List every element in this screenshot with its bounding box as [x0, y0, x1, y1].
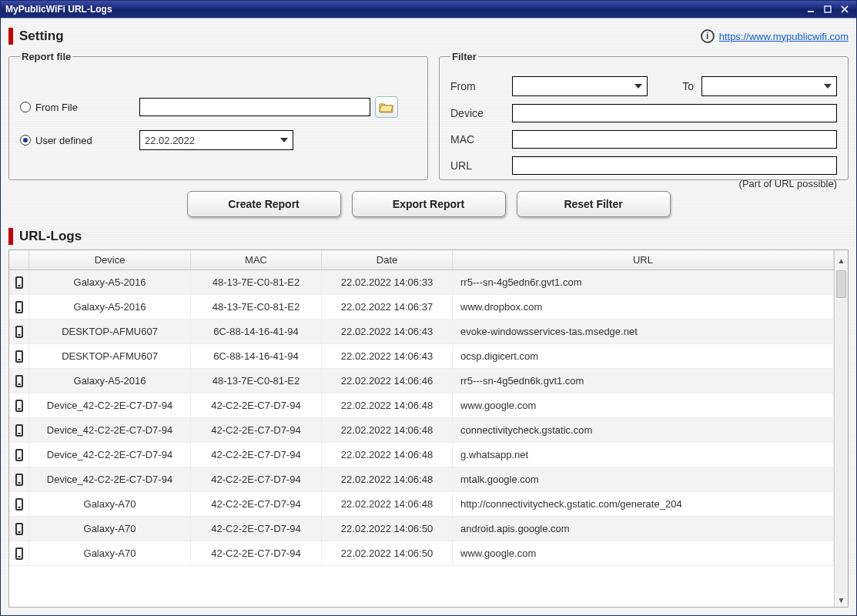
cell-mac: 42-C2-2E-C7-D7-94	[191, 467, 322, 492]
table-row[interactable]: Device_42-C2-2E-C7-D7-9442-C2-2E-C7-D7-9…	[9, 467, 834, 492]
setting-header: Setting i https://www.mypublicwifi.com	[8, 28, 849, 45]
browse-button[interactable]	[375, 96, 398, 118]
table-row[interactable]: Device_42-C2-2E-C7-D7-9442-C2-2E-C7-D7-9…	[9, 393, 834, 418]
cell-date: 22.02.2022 14:06:37	[322, 295, 453, 320]
cell-date: 22.02.2022 14:06:48	[322, 443, 453, 467]
cell-device: DESKTOP-AFMU607	[29, 320, 191, 344]
device-type-icon	[9, 369, 29, 393]
cell-mac: 48-13-7E-C0-81-E2	[191, 369, 322, 393]
cell-mac: 42-C2-2E-C7-D7-94	[191, 517, 322, 541]
table-row[interactable]: Galaxy-A5-201648-13-7E-C0-81-E222.02.202…	[9, 295, 834, 320]
from-file-label: From File	[35, 102, 78, 113]
phone-icon	[15, 326, 23, 338]
scrollbar-thumb[interactable]	[836, 270, 846, 298]
filter-to-combo[interactable]	[701, 76, 837, 96]
cell-url: http://connectivitycheck.gstatic.com/gen…	[453, 492, 834, 517]
col-device-header[interactable]: Device	[29, 250, 191, 270]
phone-icon	[15, 400, 23, 412]
table-row[interactable]: DESKTOP-AFMU6076C-88-14-16-41-9422.02.20…	[9, 344, 834, 369]
minimize-button[interactable]	[804, 4, 818, 15]
cell-mac: 42-C2-2E-C7-D7-94	[191, 492, 322, 517]
table-row[interactable]: Galaxy-A5-201648-13-7E-C0-81-E222.02.202…	[9, 270, 834, 295]
phone-icon	[15, 350, 23, 363]
section-marker	[8, 228, 13, 245]
phone-icon	[15, 276, 23, 289]
phone-icon	[15, 424, 23, 437]
close-button[interactable]	[838, 4, 852, 15]
table-row[interactable]: Device_42-C2-2E-C7-D7-9442-C2-2E-C7-D7-9…	[9, 443, 834, 467]
report-file-legend: Report file	[20, 51, 72, 62]
col-icon-header[interactable]	[9, 250, 29, 270]
user-defined-radio[interactable]: User defined	[20, 135, 139, 146]
cell-device: Device_42-C2-2E-C7-D7-94	[29, 443, 191, 467]
device-type-icon	[9, 393, 29, 418]
cell-url: rr5---sn-4g5edn6k.gvt1.com	[453, 369, 834, 393]
table-row[interactable]: Galaxy-A5-201648-13-7E-C0-81-E222.02.202…	[9, 369, 834, 393]
table-row[interactable]: Device_42-C2-2E-C7-D7-9442-C2-2E-C7-D7-9…	[9, 418, 834, 443]
cell-device: Device_42-C2-2E-C7-D7-94	[29, 418, 191, 443]
cell-date: 22.02.2022 14:06:48	[322, 492, 453, 517]
scroll-down-button[interactable]: ▼	[838, 593, 845, 607]
website-link[interactable]: https://www.mypublicwifi.com	[719, 31, 849, 42]
scroll-up-button[interactable]: ▲	[838, 253, 845, 267]
cell-url: ocsp.digicert.com	[453, 344, 834, 369]
create-report-button[interactable]: Create Report	[187, 191, 341, 217]
cell-device: DESKTOP-AFMU607	[29, 344, 191, 369]
device-type-icon	[9, 541, 29, 566]
device-type-icon	[9, 492, 29, 517]
filter-device-input[interactable]	[512, 104, 837, 122]
cell-date: 22.02.2022 14:06:50	[322, 541, 453, 566]
filter-from-label: From	[450, 80, 504, 92]
from-file-radio[interactable]: From File	[20, 102, 139, 113]
chevron-down-icon	[634, 84, 642, 89]
table-row[interactable]: Galaxy-A7042-C2-2E-C7-D7-9422.02.2022 14…	[9, 541, 834, 566]
col-date-header[interactable]: Date	[322, 250, 453, 270]
phone-icon	[15, 498, 23, 511]
vertical-scrollbar[interactable]: ▼	[834, 270, 848, 607]
cell-date: 22.02.2022 14:06:33	[322, 270, 453, 295]
user-defined-date-combo[interactable]: 22.02.2022	[139, 130, 293, 150]
section-marker	[8, 28, 13, 45]
filter-from-combo[interactable]	[512, 76, 648, 96]
cell-mac: 6C-88-14-16-41-94	[191, 344, 322, 369]
device-type-icon	[9, 344, 29, 369]
export-report-button[interactable]: Export Report	[352, 191, 506, 217]
filter-device-label: Device	[450, 107, 504, 119]
titlebar[interactable]: MyPublicWiFi URL-Logs	[1, 1, 856, 18]
cell-mac: 6C-88-14-16-41-94	[191, 320, 322, 344]
cell-device: Device_42-C2-2E-C7-D7-94	[29, 393, 191, 418]
filter-group: Filter From To Device MAC	[439, 51, 849, 180]
phone-icon	[15, 547, 23, 560]
filter-mac-input[interactable]	[512, 130, 837, 149]
cell-device: Galaxy-A70	[29, 541, 191, 566]
cell-mac: 48-13-7E-C0-81-E2	[191, 270, 322, 295]
cell-mac: 48-13-7E-C0-81-E2	[191, 295, 322, 320]
device-type-icon	[9, 295, 29, 320]
reset-filter-button[interactable]: Reset Filter	[517, 191, 671, 217]
cell-date: 22.02.2022 14:06:50	[322, 517, 453, 541]
table-row[interactable]: DESKTOP-AFMU6076C-88-14-16-41-9422.02.20…	[9, 320, 834, 344]
filter-url-input[interactable]	[512, 156, 837, 175]
from-file-input[interactable]	[139, 98, 370, 116]
filter-to-label: To	[655, 80, 694, 92]
device-type-icon	[9, 270, 29, 295]
maximize-button[interactable]	[821, 4, 835, 15]
user-defined-date-value: 22.02.2022	[145, 135, 195, 146]
cell-url: www.google.com	[453, 393, 834, 418]
table-row[interactable]: Galaxy-A7042-C2-2E-C7-D7-9422.02.2022 14…	[9, 492, 834, 517]
cell-date: 22.02.2022 14:06:48	[322, 467, 453, 492]
filter-url-hint: (Part of URL possible)	[450, 178, 837, 189]
col-mac-header[interactable]: MAC	[191, 250, 322, 270]
setting-title: Setting	[19, 28, 701, 44]
user-defined-label: User defined	[35, 135, 92, 146]
chevron-down-icon	[280, 138, 288, 142]
cell-url: www.dropbox.com	[453, 295, 834, 320]
table-row[interactable]: Galaxy-A7042-C2-2E-C7-D7-9422.02.2022 14…	[9, 517, 834, 541]
cell-url: connectivitycheck.gstatic.com	[453, 418, 834, 443]
cell-device: Galaxy-A70	[29, 492, 191, 517]
info-icon: i	[701, 29, 715, 43]
col-url-header[interactable]: URL	[453, 250, 834, 270]
phone-icon	[15, 523, 23, 535]
cell-device: Galaxy-A5-2016	[29, 295, 191, 320]
cell-device: Device_42-C2-2E-C7-D7-94	[29, 467, 191, 492]
